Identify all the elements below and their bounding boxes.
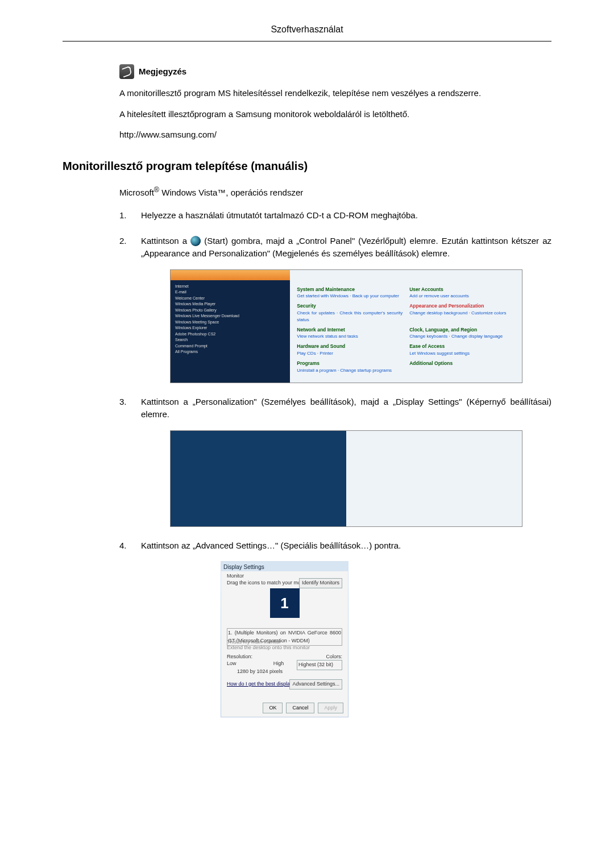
control-panel-category: Additional Options — [409, 360, 515, 376]
start-menu-item: Adobe Photoshop CS2 — [175, 331, 283, 338]
os-prefix: Microsoft — [119, 188, 154, 197]
ok-button[interactable]: OK — [263, 703, 283, 714]
control-panel-category: Appearance and PersonalizationChange des… — [409, 302, 515, 325]
apply-button: Apply — [318, 703, 343, 714]
control-panel-category: Hardware and SoundPlay CDs · Printer — [297, 343, 403, 359]
step-text: Helyezze a használati útmutatót tartalma… — [141, 209, 551, 222]
reg-mark: ® — [154, 186, 159, 194]
colors-select[interactable]: Highest (32 bit) — [297, 660, 342, 670]
start-menu-item: Windows Live Messenger Download — [175, 313, 283, 319]
note-url: http://www.samsung.com/ — [119, 128, 551, 142]
os-subheading: Microsoft® Windows Vista™, operációs ren… — [119, 185, 551, 200]
page-title: Szoftverhasználat — [63, 23, 551, 41]
start-menu-item: Search — [175, 337, 283, 343]
note-icon — [119, 64, 134, 79]
screenshot-start-control-panel: Internet E-mail Welcome Center Windows M… — [170, 269, 522, 383]
start-menu-item: Windows Meeting Space — [175, 319, 283, 326]
step-number: 2. — [119, 235, 131, 383]
step-text: Kattintson a „Personalization" (Személye… — [141, 397, 551, 420]
note-block: Megjegyzés A monitorillesztő program MS … — [119, 64, 551, 142]
start-menu-item: Command Prompt — [175, 343, 283, 350]
control-panel-category: Network and InternetView network status … — [297, 326, 403, 342]
control-panel-category: SecurityCheck for updates · Check this c… — [297, 302, 403, 325]
dialog-title: Display Settings — [223, 563, 342, 571]
start-menu-item: All Programs — [175, 349, 283, 355]
control-panel-category: ProgramsUninstall a program · Change sta… — [297, 360, 403, 376]
control-panel-category: System and MaintenanceGet started with W… — [297, 286, 403, 302]
start-menu-item: E-mail — [175, 289, 283, 296]
monitor-preview: 1 — [270, 588, 300, 618]
os-suffix: Windows Vista™, operációs rendszer — [159, 188, 303, 197]
cancel-button[interactable]: Cancel — [286, 703, 314, 714]
screenshot-display-settings: Display Settings Monitor Drag the icons … — [221, 561, 349, 717]
note-text-1: A monitorillesztő program MS hitelesítés… — [119, 87, 551, 100]
step-text-part: Kattintson a — [141, 236, 190, 246]
res-high: High — [273, 660, 284, 668]
note-label: Megjegyzés — [139, 65, 186, 78]
control-panel-category: Ease of AccessLet Windows suggest settin… — [409, 343, 515, 359]
step-number: 4. — [119, 539, 131, 718]
start-menu-item: Windows Media Player — [175, 301, 283, 308]
control-panel-category: User AccountsAdd or remove user accounts — [409, 286, 515, 302]
windows-start-icon — [190, 236, 201, 246]
start-menu-item: Windows Photo Gallery — [175, 308, 283, 314]
start-menu-item: Welcome Center — [175, 296, 283, 302]
control-panel-category: Clock, Language, and RegionChange keyboa… — [409, 326, 515, 342]
identify-monitors-button[interactable]: Identify Monitors — [299, 578, 342, 588]
chk-extend-desktop: Extend the desktop onto this monitor — [227, 644, 342, 652]
section-heading: Monitorillesztő program telepítése (manu… — [63, 157, 551, 175]
step-text-part: (Start) gombra, majd a „Control Panel" (… — [141, 236, 551, 259]
start-menu-item: Internet — [175, 284, 283, 290]
start-menu-item: Windows Explorer — [175, 325, 283, 331]
step-number: 3. — [119, 396, 131, 527]
screenshot-personalization — [170, 430, 522, 527]
note-text-2: A hitelesített illesztőprogram a Samsung… — [119, 108, 551, 121]
step-text: Kattintson az „Advanced Settings…" (Spec… — [141, 541, 401, 550]
res-low: Low — [227, 661, 237, 666]
advanced-settings-button[interactable]: Advanced Settings... — [289, 679, 342, 690]
step-number: 1. — [119, 209, 131, 222]
